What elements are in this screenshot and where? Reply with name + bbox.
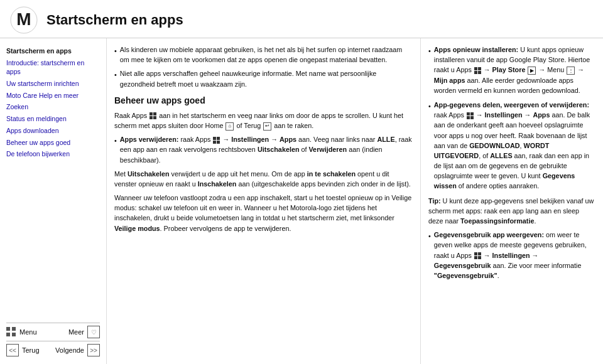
motorola-logo: M <box>10 6 38 34</box>
footer-row-top: Menu Meer ♡ <box>6 323 100 341</box>
sidebar-item-motocare[interactable]: Moto Care Help en meer <box>6 90 100 101</box>
right-bullet-text-2: App-gegevens delen, weergeven of verwijd… <box>434 100 595 191</box>
gegevensgebruik-title: Gegevensgebruik app weergeven: <box>434 231 544 238</box>
right-bullet-installeren: • Apps opnieuw installeren: U kunt apps … <box>428 45 595 95</box>
home-icon-1: ⌂ <box>225 122 234 131</box>
menu-label: Menu <box>19 328 37 336</box>
main-content: • Als kinderen uw mobiele apparaat gebru… <box>107 38 603 364</box>
right-bullet-text-3: Gegevensgebruik app weergeven: om weer t… <box>434 230 595 281</box>
app-gegevens-title: App-gegevens delen, weergeven of verwijd… <box>434 101 589 109</box>
bullet-dot-1: • <box>114 46 117 65</box>
apps-grid-icon-5 <box>474 252 481 259</box>
page-title: Startscherm en apps <box>46 12 183 28</box>
sidebar: Startscherm en apps Introductie: startsc… <box>0 38 107 364</box>
bullet-text-2: Niet alle apps verschaffen geheel nauwke… <box>120 68 413 88</box>
play-store-label: Play Store <box>492 66 526 73</box>
apps-verwijderen-title: Apps verwijderen: <box>120 136 179 143</box>
apps-grid-icon-3 <box>474 67 481 74</box>
volgende-arrow-icon: >> <box>87 344 100 356</box>
terug-button[interactable]: << Terug <box>6 344 40 356</box>
right-bullet-text-1: Apps opnieuw installeren: U kunt apps op… <box>434 45 595 95</box>
bullet-verwijderen: • Apps verwijderen: raak Apps → Instelli… <box>114 134 413 165</box>
right-bullet-dot-1: • <box>428 46 431 95</box>
middle-column: • Als kinderen uw mobiele apparaat gebru… <box>107 38 421 364</box>
sidebar-item-bijwerken[interactable]: De telefoon bijwerken <box>6 149 100 159</box>
right-bullet-dot-3: • <box>428 231 431 281</box>
bullet-apps: • Niet alle apps verschaffen geheel nauw… <box>114 68 413 88</box>
play-store-icon: ▶ <box>528 67 536 75</box>
menu-grid-icon <box>6 327 16 337</box>
sidebar-item-apps-downloaden[interactable]: Apps downloaden <box>6 126 100 136</box>
bullet-text-1: Als kinderen uw mobiele apparaat gebruik… <box>120 45 413 65</box>
sidebar-item-inrichten[interactable]: Uw startscherm inrichten <box>6 78 100 89</box>
apps-installeren-title: Apps opnieuw installeren: <box>434 46 518 53</box>
meer-label: Meer <box>68 328 84 336</box>
meer-button[interactable]: Meer ♡ <box>68 326 100 338</box>
bullet-children: • Als kinderen uw mobiele apparaat gebru… <box>114 45 413 65</box>
right-bullet-gegevens: • App-gegevens delen, weergeven of verwi… <box>428 100 595 191</box>
bullet-text-3: Apps verwijderen: raak Apps → Instelling… <box>120 134 413 165</box>
terug-arrow-icon: << <box>6 344 19 356</box>
volgende-label: Volgende <box>55 346 84 354</box>
svg-text:M: M <box>16 9 31 29</box>
tip-label: Tip: <box>428 197 441 205</box>
terug-inline-icon: ↩ <box>263 122 271 131</box>
intro-text: Raak Apps aan in het startscherm en veeg… <box>114 110 413 131</box>
sidebar-item-introductie[interactable]: Introductie: startscherm en apps <box>6 58 100 77</box>
apps-grid-icon-1 <box>149 112 156 119</box>
sidebar-nav: Startscherm en apps Introductie: startsc… <box>6 46 100 159</box>
volgende-button[interactable]: Volgende >> <box>55 344 100 356</box>
menu-button[interactable]: Menu <box>6 327 37 337</box>
right-bullet-gebruik: • Gegevensgebruik app weergeven: om weer… <box>428 230 595 281</box>
footer-row-bottom: << Terug Volgende >> <box>6 341 100 359</box>
section-title-beheer: Beheer uw apps goed <box>114 94 413 107</box>
tip-text: Tip: U kunt deze app-gegevens snel bekij… <box>428 196 595 227</box>
content-area: Startscherm en apps Introductie: startsc… <box>0 38 603 364</box>
header: M Startscherm en apps <box>0 0 603 38</box>
apps-grid-icon-4 <box>467 112 474 119</box>
sidebar-item-startscherm[interactable]: Startscherm en apps <box>6 46 100 56</box>
bullet-dot-3: • <box>114 136 117 165</box>
terug-label: Terug <box>22 346 40 354</box>
apps-grid-icon-2 <box>213 137 220 144</box>
bullet-dot-2: • <box>114 70 117 88</box>
sidebar-item-status[interactable]: Status en meldingen <box>6 114 100 124</box>
sidebar-footer: Menu Meer ♡ << Terug Volgende >> <box>6 323 100 364</box>
uitschakelen-note: Met Uitschakelen verwijdert u de app uit… <box>114 169 413 189</box>
right-column: • Apps opnieuw installeren: U kunt apps … <box>421 38 603 364</box>
menu-dots-icon: ⋮ <box>567 67 575 75</box>
meer-heart-icon: ♡ <box>87 326 100 338</box>
sidebar-item-zoeken[interactable]: Zoeken <box>6 102 100 112</box>
sidebar-item-beheer[interactable]: Beheer uw apps goed <box>6 137 100 148</box>
right-bullet-dot-2: • <box>428 101 431 191</box>
veilig-mode-text: Wanneer uw telefoon vastloopt zodra u ee… <box>114 193 413 233</box>
